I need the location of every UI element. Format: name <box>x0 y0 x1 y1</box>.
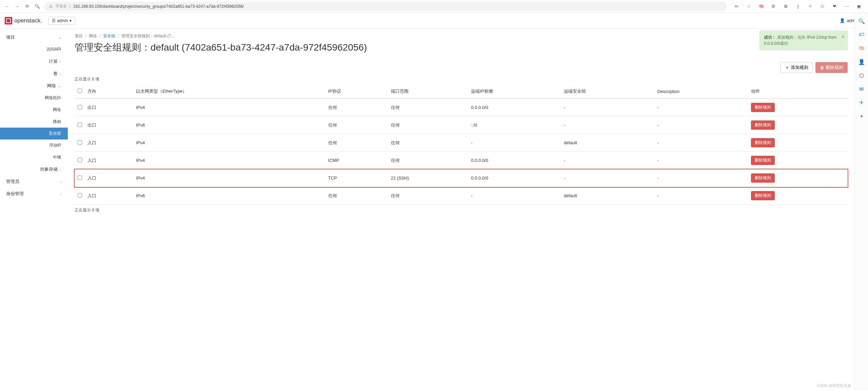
col-description[interactable]: Description <box>655 84 748 99</box>
add-rule-button[interactable]: ＋ 添加规则 <box>781 62 813 73</box>
col-direction[interactable]: 方向 <box>85 84 133 99</box>
cell-direction: 入口 <box>85 134 133 152</box>
sidebar-item-label: 项目 <box>6 34 15 40</box>
sidebar-item-routers[interactable]: 路由 <box>0 116 68 128</box>
extensions-icon[interactable]: ✿ <box>783 3 789 10</box>
sidebar-item-identity[interactable]: 身份管理 › <box>0 188 68 200</box>
col-port-range[interactable]: 端口范围 <box>388 84 469 99</box>
rules-table: 方向 以太网类型（EtherType） IP协议 端口范围 远端IP前缀 远端安… <box>75 84 848 205</box>
row-checkbox[interactable] <box>78 193 82 198</box>
sidebar-item-label: 网络 <box>47 83 56 89</box>
chevron-down-icon: ⌄ <box>58 84 61 88</box>
address-bar[interactable]: ⚠ 不安全 | 192.168.93.109/dashboard/project… <box>45 2 727 11</box>
col-remote-prefix[interactable]: 远端IP前缀 <box>468 84 561 99</box>
chevron-right-icon: › <box>60 167 61 171</box>
crumb-network[interactable]: 网络 <box>89 34 97 38</box>
cell-port-range: 任何 <box>388 134 469 152</box>
chevron-right-icon: › <box>60 59 61 63</box>
collections-icon[interactable]: ✧ <box>807 3 813 10</box>
cell-remote-secgroup: default <box>561 187 655 205</box>
search-icon[interactable]: 🔍 <box>35 4 40 9</box>
delete-rule-button[interactable]: 删除规则 <box>751 103 775 112</box>
sidebar-item-topology[interactable]: 网络拓扑 <box>0 92 68 104</box>
cell-remote-prefix: - <box>468 187 561 205</box>
edge-tag-icon[interactable]: 🏷 <box>858 31 865 38</box>
edge-shopping-icon[interactable]: 🛍 <box>858 45 865 52</box>
sidebar-item-network[interactable]: 网络 ⌄ <box>0 80 68 92</box>
chevron-down-icon: ⌄ <box>59 35 62 40</box>
row-checkbox[interactable] <box>78 123 82 127</box>
cell-remote-secgroup: - <box>561 116 655 134</box>
crumb-security-groups[interactable]: 安全组 <box>103 34 115 38</box>
sidebar-item-networks[interactable]: 网络 <box>0 104 68 116</box>
success-alert: × 成功： 添加规则：允许 IPv4 22/tcp from 0.0.0.0/0… <box>760 31 848 50</box>
crumb-project[interactable]: 项目 <box>75 34 83 38</box>
read-aloud-icon[interactable]: A» <box>734 3 740 10</box>
project-selector[interactable]: ☰ admin ▾ <box>48 17 75 25</box>
delete-rule-button[interactable]: 删除规则 <box>751 173 775 183</box>
edge-search-icon[interactable]: 🔍 <box>858 18 865 24</box>
sidebar-item-compute[interactable]: 计算 › <box>0 55 68 68</box>
sidebar-item-object-storage[interactable]: 对象存储 › <box>0 163 68 175</box>
settings-gear-icon[interactable]: ⚙ <box>770 3 776 10</box>
table-row: 出口IPv6任何任何::/0--删除规则 <box>75 116 848 134</box>
edge-outlook-icon[interactable]: ✉ <box>858 86 865 92</box>
performance-icon[interactable]: ⏲ <box>819 3 825 10</box>
more-icon[interactable]: ⋯ <box>844 3 850 10</box>
edge-sidebar: 🔍 🏷 🛍 👤 ⬡ ✉ ✈ ＋ <box>854 13 868 391</box>
cell-remote-prefix: 0.0.0.0/0 <box>468 152 561 169</box>
alert-title: 成功： <box>764 35 776 40</box>
cell-description: - <box>655 99 748 116</box>
delete-rule-button[interactable]: 删除规则 <box>751 156 775 165</box>
edge-plus-icon[interactable]: ＋ <box>858 113 865 119</box>
cell-description: - <box>655 152 748 169</box>
reload-icon[interactable]: ⟳ <box>24 4 30 9</box>
edge-copilot-icon[interactable]: ⬡ <box>858 72 865 79</box>
col-remote-secgroup[interactable]: 远端安全组 <box>561 84 655 99</box>
row-checkbox[interactable] <box>78 158 82 162</box>
table-row: 入口IPv4ICMP任何0.0.0.0/0--删除规则 <box>75 152 848 169</box>
sidebar-item-api[interactable]: 访问API <box>0 43 68 55</box>
sidebar-item-project[interactable]: 项目 ⌄ <box>0 31 68 43</box>
delete-rules-label: 删除规则 <box>826 64 843 71</box>
row-checkbox[interactable] <box>78 105 82 109</box>
sidebar-item-trunk[interactable]: 中继 <box>0 151 68 163</box>
row-checkbox[interactable] <box>78 175 82 180</box>
sidebar-item-label: 卷 <box>53 71 58 77</box>
edge-character-icon[interactable]: 👤 <box>858 58 865 65</box>
brand-text: openstack. <box>14 17 42 24</box>
sidebar-item-floating-ip[interactable]: 浮动IP <box>0 139 68 151</box>
forward-icon[interactable]: → <box>14 4 20 9</box>
table-summary-top: 正在显示 6 项 <box>75 76 848 82</box>
col-ip-protocol[interactable]: IP协议 <box>326 84 388 99</box>
table-summary-bottom: 正在显示 6 项 <box>75 207 848 213</box>
sidebar-item-volume[interactable]: 卷 › <box>0 68 68 80</box>
cell-remote-secgroup: - <box>561 99 655 116</box>
heart-icon[interactable]: ❤ <box>831 3 837 10</box>
row-checkbox[interactable] <box>78 140 82 145</box>
delete-rules-button[interactable]: 🗑 删除规则 <box>815 62 848 73</box>
cell-ethertype: IPv4 <box>133 152 326 169</box>
url-text: 192.168.93.109/dashboard/project/securit… <box>73 4 244 9</box>
back-icon[interactable]: ← <box>4 4 9 9</box>
sidebar-icon[interactable]: ▯ <box>795 3 801 10</box>
panel-icon[interactable]: ▣ <box>856 3 862 10</box>
delete-rule-button[interactable]: 删除规则 <box>751 138 775 147</box>
cell-direction: 出口 <box>85 99 133 116</box>
sidebar-item-label: 访问API <box>46 46 61 52</box>
delete-rule-button[interactable]: 删除规则 <box>751 120 775 130</box>
close-icon[interactable]: × <box>842 33 845 41</box>
delete-rule-button[interactable]: 删除规则 <box>751 191 775 200</box>
openstack-logo[interactable]: openstack. <box>5 17 42 24</box>
cell-ip-protocol: TCP <box>326 169 388 187</box>
cell-remote-prefix: ::/0 <box>468 116 561 134</box>
browser-toolbar: ← → ⟳ 🔍 ⚠ 不安全 | 192.168.93.109/dashboard… <box>0 0 868 13</box>
sidebar-item-admin[interactable]: 管理员 › <box>0 175 68 188</box>
sidebar-item-security-groups[interactable]: 安全组 <box>0 128 68 139</box>
edge-send-icon[interactable]: ✈ <box>858 99 865 106</box>
brain-icon[interactable]: 🧠 <box>758 3 764 10</box>
col-ethertype[interactable]: 以太网类型（EtherType） <box>133 84 326 99</box>
chevron-right-icon: › <box>60 180 62 184</box>
select-all-checkbox[interactable] <box>78 89 82 93</box>
favorite-icon[interactable]: ☆ <box>746 3 752 10</box>
